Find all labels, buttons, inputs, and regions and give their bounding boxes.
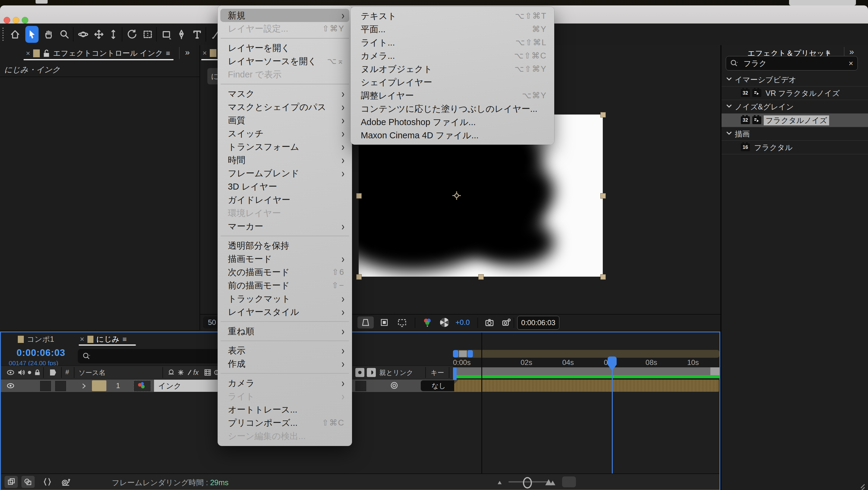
panel-menu-icon[interactable]: ≡ [166, 49, 170, 58]
layer-visibility-toggle[interactable] [6, 381, 15, 391]
menu-item-シェイプレイヤー[interactable]: シェイプレイヤー [353, 75, 552, 89]
menu-item-新規[interactable]: 新規› [220, 9, 349, 22]
channel-rgb-icon[interactable] [419, 316, 436, 329]
chevron-down-icon[interactable] [725, 129, 733, 139]
menu-item-トラックマット[interactable]: トラックマット› [220, 292, 349, 305]
composition-tab-partial[interactable]: × [203, 45, 216, 61]
menu-item-レイヤースタイル[interactable]: レイヤースタイル› [220, 305, 349, 318]
timeline-tab-nijimi[interactable]: × にじみ ≡ [80, 334, 127, 344]
zoom-in-mountain-icon[interactable] [545, 477, 557, 487]
composition-mini-flowchart-icon[interactable] [4, 476, 18, 488]
guide-options-icon[interactable] [394, 316, 410, 329]
menu-item-環境レイヤー[interactable]: 環境レイヤー [220, 207, 349, 220]
work-area-end-handle[interactable] [710, 367, 719, 375]
transparency-grid-toggle[interactable] [358, 316, 374, 329]
menu-item-画質[interactable]: 画質› [220, 114, 349, 127]
effects-category-イマーシブビデオ[interactable]: イマーシブビデオ [721, 73, 868, 87]
menu-item-レイヤーを開く[interactable]: レイヤーを開く [220, 41, 349, 55]
shy-column-icon[interactable] [167, 368, 175, 377]
effect-item-VR フラクタルノイズ[interactable]: 32VR フラクタルノイズ [721, 87, 868, 100]
chevron-down-icon[interactable] [725, 75, 733, 84]
lock-column-icon[interactable] [33, 368, 41, 377]
timeline-tab-comp1[interactable]: コンポ1 [18, 334, 54, 344]
take-snapshot-icon[interactable] [482, 316, 497, 329]
selection-handle[interactable] [600, 274, 606, 280]
effects-category-ノイズ&グレイン[interactable]: ノイズ&グレイン [721, 100, 868, 114]
close-tab-icon[interactable]: × [203, 49, 207, 57]
exposure-icon[interactable] [438, 316, 452, 329]
menu-item-シーン編集の検出[interactable]: シーン編集の検出... [220, 429, 349, 443]
orbit-camera-tool[interactable] [76, 26, 90, 43]
menu-item-プリコンポーズ[interactable]: プリコンポーズ...⇧⌘C [220, 416, 349, 429]
menu-item-ガイドレイヤー[interactable]: ガイドレイヤー [220, 193, 349, 207]
menu-item-オートトレース[interactable]: オートトレース... [220, 403, 349, 416]
menu-item-マーカー[interactable]: マーカー› [220, 220, 349, 233]
hand-tool[interactable] [42, 26, 56, 43]
layer-expand-arrow[interactable] [81, 381, 87, 391]
menu-item-調整レイヤー[interactable]: 調整レイヤー⌥⌘Y [353, 89, 552, 102]
zoom-window-button[interactable] [22, 17, 28, 24]
parent-link-column[interactable]: 親とリンク [379, 368, 413, 377]
menu-item-Adobe Photoshop ファイル[interactable]: Adobe Photoshop ファイル... [353, 115, 552, 129]
navigator-start-handle[interactable] [453, 350, 458, 358]
close-window-button[interactable] [4, 17, 10, 24]
menu-item-スイッチ[interactable]: スイッチ› [220, 127, 349, 140]
keys-column[interactable]: キー [431, 368, 444, 377]
effect-controls-tab[interactable]: × エフェクトコントロール インク ≡ [26, 48, 170, 58]
layer-label-swatch[interactable] [92, 380, 106, 391]
zoom-out-mini-mountain-icon[interactable] [496, 478, 504, 486]
close-tab-icon[interactable]: × [80, 335, 84, 343]
unlock-icon[interactable] [43, 50, 50, 57]
region-of-interest-icon[interactable] [377, 316, 392, 329]
label-column-icon[interactable] [49, 368, 58, 377]
selection-handle[interactable] [356, 193, 362, 198]
menu-item-マスクとシェイプのパス[interactable]: マスクとシェイプのパス› [220, 100, 349, 114]
effects-category-描画[interactable]: 描画 [721, 127, 868, 141]
selection-handle[interactable] [600, 193, 606, 198]
solo-column-icon[interactable] [26, 368, 33, 377]
chevron-down-icon[interactable] [725, 102, 733, 112]
video-visibility-column-icon[interactable] [6, 368, 15, 377]
panel-overflow-icon[interactable]: » [849, 47, 854, 57]
blend-mode-column-icon[interactable] [355, 368, 364, 377]
search-input-value[interactable]: フラク [744, 58, 849, 68]
selection-handle[interactable] [478, 274, 484, 280]
panel-menu-icon[interactable]: ≡ [122, 335, 127, 343]
panel-overflow-icon[interactable]: » [185, 48, 190, 57]
timeline-column-divider[interactable] [481, 332, 482, 473]
pan-camera-tool[interactable] [92, 26, 105, 43]
layer-blend-mode-cell[interactable] [355, 381, 366, 391]
preserve-transparency-column-icon[interactable] [367, 368, 376, 377]
menu-item-表示[interactable]: 表示› [220, 344, 349, 357]
effect-controls-tab-title[interactable]: エフェクトコントロール インク [53, 48, 163, 58]
rectangle-tool[interactable] [160, 26, 173, 43]
frame-blend-column-icon[interactable] [204, 368, 212, 377]
timeline-options-toggle[interactable] [562, 477, 576, 487]
selection-handle[interactable] [600, 112, 606, 118]
menu-item-ライト[interactable]: ライト...⌥⇧⌘L [353, 36, 552, 49]
effects-column-icon[interactable]: fx [193, 368, 198, 377]
navigator-segment[interactable] [459, 350, 467, 357]
quality-column-icon[interactable] [186, 368, 193, 377]
anchor-point-indicator[interactable] [452, 191, 461, 200]
menu-item-テキスト[interactable]: テキスト⌥⇧⌘T [353, 9, 552, 23]
menu-item-透明部分を保持[interactable]: 透明部分を保持 [220, 239, 349, 252]
menu-item-トランスフォーム[interactable]: トランスフォーム› [220, 140, 349, 153]
timeline-search-field[interactable] [78, 349, 223, 363]
tab-label[interactable]: コンポ1 [27, 334, 54, 344]
menu-item-作成[interactable]: 作成› [220, 357, 349, 370]
clear-search-icon[interactable]: × [849, 59, 853, 68]
menu-item-Finder で表示[interactable]: Finder で表示 [220, 68, 349, 81]
menu-item-ヌルオブジェクト[interactable]: ヌルオブジェクト⌥⇧⌘Y [353, 62, 552, 75]
layer-thumbnail[interactable] [133, 380, 151, 392]
menu-item-描画モード[interactable]: 描画モード› [220, 252, 349, 266]
zoom-tool[interactable] [58, 26, 71, 43]
home-tool[interactable] [8, 26, 22, 43]
selection-handle[interactable] [356, 274, 362, 280]
collapse-transformations-column-icon[interactable] [177, 368, 185, 377]
layer-duration-bar[interactable] [454, 380, 719, 392]
menu-item-平面[interactable]: 平面...⌘Y [353, 23, 552, 36]
panel-menu-icon[interactable]: ≡ [826, 48, 830, 57]
parent-pickwhip-icon[interactable] [390, 380, 399, 390]
pan-behind-anchor-tool[interactable] [141, 26, 154, 43]
